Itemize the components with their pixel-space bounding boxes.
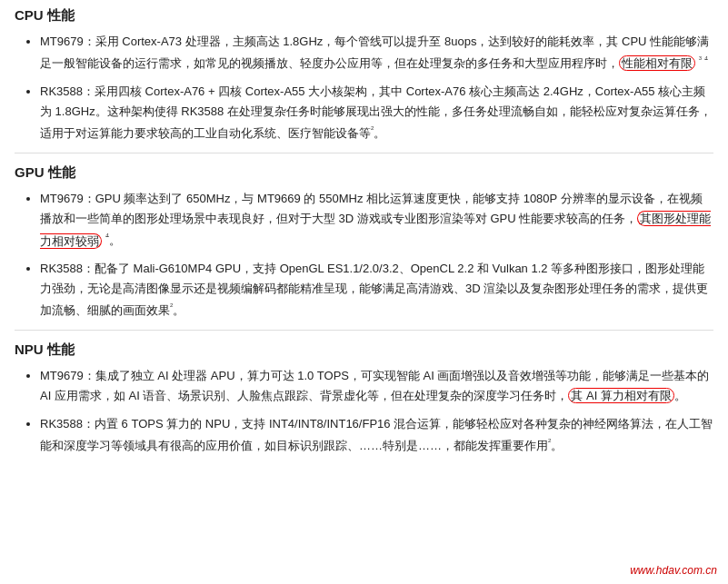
section-divider — [15, 153, 713, 153]
section-title-npu: NPU 性能 — [15, 341, 713, 359]
highlighted-text: 性能相对有限 — [619, 55, 695, 71]
text-span: 。 — [109, 234, 121, 248]
highlighted-text: 其 AI 算力相对有限 — [568, 388, 674, 403]
text-span: 。 — [173, 303, 184, 317]
text-span: MT9679：采用 Cortex-A73 处理器，主频高达 1.8GHz，每个管… — [40, 35, 709, 70]
list-item-cpu-rk3588: RK3588：采用四核 Cortex-A76 + 四核 Cortex-A55 大… — [40, 82, 713, 144]
list-item-gpu-rk3588: RK3588：配备了 Mali-G610MP4 GPU，支持 OpenGL ES… — [40, 259, 713, 322]
list-item-npu-rk3588: RK3588：内置 6 TOPS 算力的 NPU，支持 INT4/INT8/IN… — [40, 414, 713, 457]
watermark: www.hdav.com.cn — [630, 564, 717, 577]
section-list-gpu: MT9679：GPU 频率达到了 650MHz，与 MT9669 的 550MH… — [15, 189, 713, 321]
text-span: ……特别是…… — [359, 439, 442, 452]
text-span: MT9679：GPU 频率达到了 650MHz，与 MT9669 的 550MH… — [40, 192, 703, 225]
page-content: CPU 性能MT9679：采用 Cortex-A73 处理器，主频高达 1.8G… — [15, 7, 713, 456]
section-title-cpu: CPU 性能 — [15, 7, 713, 25]
section-divider — [15, 330, 713, 331]
list-item-npu-mt9679: MT9679：集成了独立 AI 处理器 APU，算力可达 1.0 TOPS，可实… — [40, 366, 713, 406]
list-item-gpu-mt9679: MT9679：GPU 频率达到了 650MHz，与 MT9669 的 550MH… — [40, 189, 713, 252]
text-span: 。 — [551, 439, 563, 452]
text-span: 。 — [374, 126, 385, 140]
text-span: ，都能发挥重要作用 — [442, 439, 548, 452]
section-list-npu: MT9679：集成了独立 AI 处理器 APU，算力可达 1.0 TOPS，可实… — [15, 366, 713, 456]
section-title-gpu: GPU 性能 — [15, 164, 713, 182]
text-span: 。 — [674, 389, 686, 402]
section-list-cpu: MT9679：采用 Cortex-A73 处理器，主频高达 1.8GHz，每个管… — [15, 32, 713, 144]
superscript-ref: ³ ⁴ — [699, 54, 708, 64]
list-item-cpu-mt9679: MT9679：采用 Cortex-A73 处理器，主频高达 1.8GHz，每个管… — [40, 32, 713, 74]
text-span: RK3588：配备了 Mali-G610MP4 GPU，支持 OpenGL ES… — [40, 262, 708, 318]
